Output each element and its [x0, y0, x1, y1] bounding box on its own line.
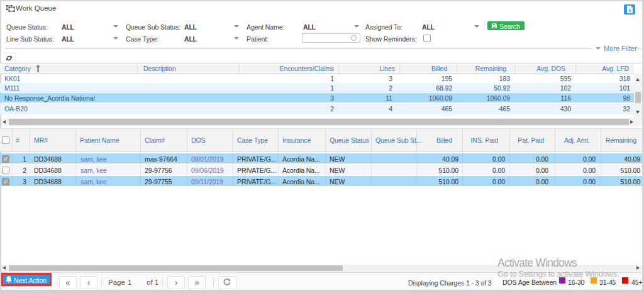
svg-text:x: x [628, 8, 631, 13]
